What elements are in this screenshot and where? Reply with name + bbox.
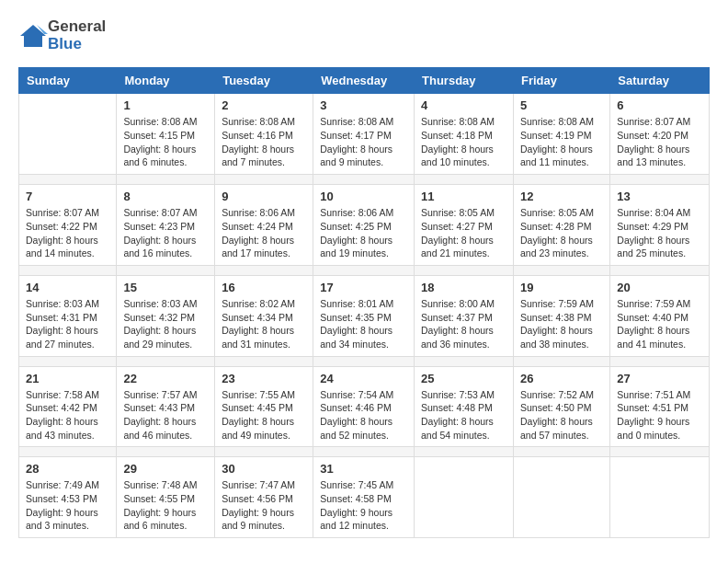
separator-cell: [19, 175, 117, 185]
calendar-cell: 17Sunrise: 8:01 AMSunset: 4:35 PMDayligh…: [313, 275, 415, 356]
day-info: Sunrise: 8:02 AMSunset: 4:34 PMDaylight:…: [222, 297, 306, 351]
day-number: 22: [123, 372, 208, 385]
calendar-cell: 19Sunrise: 7:59 AMSunset: 4:38 PMDayligh…: [513, 275, 609, 356]
separator-cell: [19, 356, 117, 366]
calendar-week-row: 28Sunrise: 7:49 AMSunset: 4:53 PMDayligh…: [19, 457, 710, 538]
separator-cell: [215, 447, 313, 457]
day-info: Sunrise: 7:59 AMSunset: 4:38 PMDaylight:…: [520, 297, 603, 351]
header-tuesday: Tuesday: [215, 68, 313, 94]
calendar-week-row: 1Sunrise: 8:08 AMSunset: 4:15 PMDaylight…: [19, 94, 710, 175]
day-number: 23: [222, 372, 306, 385]
day-number: 6: [617, 98, 702, 112]
day-info: Sunrise: 8:08 AMSunset: 4:19 PMDaylight:…: [520, 115, 603, 169]
separator-cell: [117, 265, 215, 275]
day-number: 9: [222, 190, 306, 203]
day-number: 2: [222, 98, 306, 112]
calendar-cell: 3Sunrise: 8:08 AMSunset: 4:17 PMDaylight…: [313, 94, 415, 175]
calendar-cell: 31Sunrise: 7:45 AMSunset: 4:58 PMDayligh…: [313, 457, 415, 538]
calendar-cell: 6Sunrise: 8:07 AMSunset: 4:20 PMDaylight…: [610, 94, 710, 175]
day-number: 21: [26, 372, 109, 385]
calendar-cell: 12Sunrise: 8:05 AMSunset: 4:28 PMDayligh…: [513, 185, 609, 266]
calendar-cell: 11Sunrise: 8:05 AMSunset: 4:27 PMDayligh…: [415, 185, 514, 266]
calendar-cell: 30Sunrise: 7:47 AMSunset: 4:56 PMDayligh…: [215, 457, 313, 538]
day-info: Sunrise: 7:49 AMSunset: 4:53 PMDaylight:…: [26, 478, 109, 533]
separator-cell: [415, 265, 514, 275]
svg-marker-0: [20, 25, 46, 47]
day-number: 17: [320, 281, 407, 294]
calendar-cell: 28Sunrise: 7:49 AMSunset: 4:53 PMDayligh…: [19, 457, 117, 538]
calendar-cell: 10Sunrise: 8:06 AMSunset: 4:25 PMDayligh…: [313, 185, 415, 266]
header-monday: Monday: [117, 68, 215, 94]
header-friday: Friday: [513, 68, 609, 94]
logo-icon: [18, 23, 48, 49]
calendar-cell: 26Sunrise: 7:52 AMSunset: 4:50 PMDayligh…: [513, 366, 609, 447]
day-info: Sunrise: 7:52 AMSunset: 4:50 PMDaylight:…: [520, 388, 603, 442]
separator-cell: [215, 175, 313, 185]
day-number: 30: [222, 462, 306, 476]
header-sunday: Sunday: [19, 68, 117, 94]
day-number: 19: [520, 281, 603, 294]
separator-cell: [313, 265, 415, 275]
week-separator: [19, 447, 710, 457]
calendar-cell: 15Sunrise: 8:03 AMSunset: 4:32 PMDayligh…: [117, 275, 215, 356]
week-separator: [19, 265, 710, 275]
day-number: 14: [26, 281, 109, 294]
separator-cell: [215, 356, 313, 366]
day-info: Sunrise: 8:08 AMSunset: 4:16 PMDaylight:…: [222, 115, 306, 169]
calendar-cell: 22Sunrise: 7:57 AMSunset: 4:43 PMDayligh…: [117, 366, 215, 447]
logo: General Blue: [18, 18, 106, 52]
calendar-cell: 25Sunrise: 7:53 AMSunset: 4:48 PMDayligh…: [415, 366, 514, 447]
separator-cell: [19, 265, 117, 275]
day-number: 3: [320, 98, 407, 112]
day-info: Sunrise: 8:07 AMSunset: 4:22 PMDaylight:…: [26, 206, 109, 260]
calendar-cell: 20Sunrise: 7:59 AMSunset: 4:40 PMDayligh…: [610, 275, 710, 356]
day-info: Sunrise: 7:45 AMSunset: 4:58 PMDaylight:…: [320, 478, 407, 533]
separator-cell: [610, 175, 710, 185]
calendar-week-row: 14Sunrise: 8:03 AMSunset: 4:31 PMDayligh…: [19, 275, 710, 356]
day-info: Sunrise: 8:00 AMSunset: 4:37 PMDaylight:…: [421, 297, 506, 351]
calendar-cell: [610, 457, 710, 538]
separator-cell: [513, 356, 609, 366]
calendar-cell: 4Sunrise: 8:08 AMSunset: 4:18 PMDaylight…: [415, 94, 514, 175]
day-info: Sunrise: 8:01 AMSunset: 4:35 PMDaylight:…: [320, 297, 407, 351]
separator-cell: [117, 447, 215, 457]
day-info: Sunrise: 7:55 AMSunset: 4:45 PMDaylight:…: [222, 388, 306, 442]
day-info: Sunrise: 7:59 AMSunset: 4:40 PMDaylight:…: [617, 297, 702, 351]
day-number: 15: [123, 281, 208, 294]
day-number: 1: [123, 98, 208, 112]
day-info: Sunrise: 8:04 AMSunset: 4:29 PMDaylight:…: [617, 206, 702, 260]
day-info: Sunrise: 8:06 AMSunset: 4:24 PMDaylight:…: [222, 206, 306, 260]
day-info: Sunrise: 8:08 AMSunset: 4:18 PMDaylight:…: [421, 115, 506, 169]
calendar-cell: 2Sunrise: 8:08 AMSunset: 4:16 PMDaylight…: [215, 94, 313, 175]
day-number: 24: [320, 372, 407, 385]
day-number: 12: [520, 190, 603, 203]
header-saturday: Saturday: [610, 68, 710, 94]
separator-cell: [19, 447, 117, 457]
day-number: 31: [320, 462, 407, 476]
separator-cell: [415, 447, 514, 457]
day-number: 29: [123, 462, 208, 476]
day-number: 8: [123, 190, 208, 203]
separator-cell: [117, 356, 215, 366]
day-number: 11: [421, 190, 506, 203]
day-info: Sunrise: 7:51 AMSunset: 4:51 PMDaylight:…: [617, 388, 702, 442]
calendar-cell: 24Sunrise: 7:54 AMSunset: 4:46 PMDayligh…: [313, 366, 415, 447]
day-info: Sunrise: 7:54 AMSunset: 4:46 PMDaylight:…: [320, 388, 407, 442]
day-info: Sunrise: 8:03 AMSunset: 4:31 PMDaylight:…: [26, 297, 109, 351]
separator-cell: [513, 447, 609, 457]
separator-cell: [313, 447, 415, 457]
logo-general: General: [48, 17, 106, 35]
week-separator: [19, 356, 710, 366]
separator-cell: [610, 356, 710, 366]
calendar-cell: 9Sunrise: 8:06 AMSunset: 4:24 PMDaylight…: [215, 185, 313, 266]
week-separator: [19, 175, 710, 185]
calendar-cell: 21Sunrise: 7:58 AMSunset: 4:42 PMDayligh…: [19, 366, 117, 447]
separator-cell: [610, 447, 710, 457]
separator-cell: [513, 265, 609, 275]
calendar-cell: 23Sunrise: 7:55 AMSunset: 4:45 PMDayligh…: [215, 366, 313, 447]
page-header: General Blue: [18, 18, 710, 52]
calendar-cell: 29Sunrise: 7:48 AMSunset: 4:55 PMDayligh…: [117, 457, 215, 538]
day-number: 26: [520, 372, 603, 385]
header-thursday: Thursday: [415, 68, 514, 94]
day-number: 16: [222, 281, 306, 294]
